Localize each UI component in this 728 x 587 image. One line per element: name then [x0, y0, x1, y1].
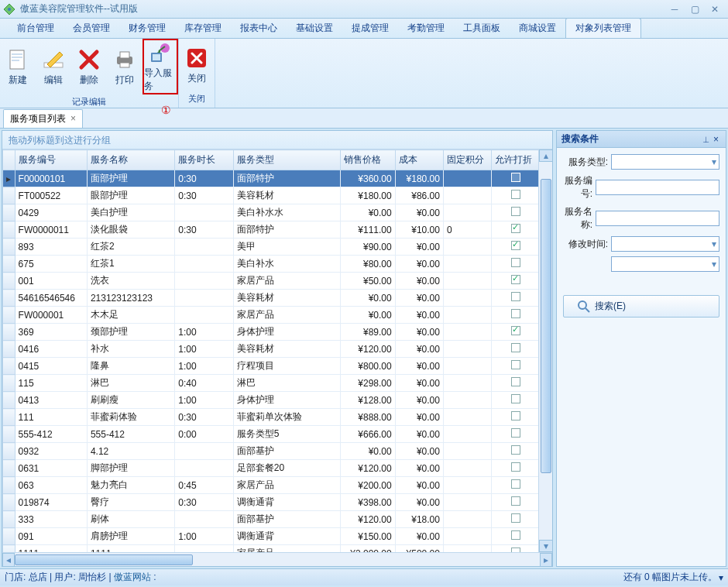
discount-checkbox[interactable]	[511, 462, 520, 472]
menu-tab-2[interactable]: 财务管理	[119, 19, 175, 38]
table-row[interactable]: FT000522眼部护理0:30美容耗材¥180.00¥86.00	[3, 187, 552, 204]
discount-checkbox[interactable]	[511, 224, 520, 233]
tab-close-icon[interactable]: ×	[70, 113, 76, 124]
discount-checkbox[interactable]	[511, 411, 520, 421]
discount-checkbox[interactable]	[511, 241, 520, 250]
table-row[interactable]: 893红茶2美甲¥90.00¥0.00	[3, 239, 552, 256]
discount-checkbox[interactable]	[511, 190, 520, 199]
table-row[interactable]: 019874臀疗0:30调衡通背¥398.00¥0.00	[3, 494, 552, 511]
discount-checkbox[interactable]	[511, 275, 520, 284]
column-header[interactable]: 固定积分	[443, 150, 491, 170]
edit-button[interactable]: 编辑	[36, 39, 71, 94]
document-tab[interactable]: 服务项目列表 ×	[3, 109, 83, 128]
panel-close-icon[interactable]: ×	[711, 134, 721, 145]
import-icon	[148, 40, 173, 65]
table-row[interactable]: 115淋巴0:40淋巴¥298.00¥0.00	[3, 375, 552, 392]
maximize-button[interactable]: ▢	[685, 2, 705, 16]
table-row[interactable]: 09324.12面部基护¥0.00¥0.00	[3, 443, 552, 460]
discount-checkbox[interactable]	[511, 207, 520, 216]
ribbon-group-label: 关闭	[179, 91, 215, 108]
menu-tab-7[interactable]: 考勤管理	[398, 19, 454, 38]
modify-time-from-combo[interactable]	[611, 236, 719, 252]
chevron-down-icon[interactable]: ▾	[719, 572, 723, 583]
menu-tab-6[interactable]: 提成管理	[342, 19, 398, 38]
pin-icon[interactable]: ⟂	[701, 134, 711, 145]
scroll-up-icon[interactable]: ▴	[539, 149, 553, 162]
table-row[interactable]: 001洗衣家居产品¥50.00¥0.00	[3, 273, 552, 290]
table-row[interactable]: 11111111家居产品¥2,000.00¥500.00	[3, 545, 552, 553]
table-row[interactable]: FW0000011淡化眼袋0:30面部特护¥111.00¥10.000	[3, 221, 552, 239]
table-row[interactable]: 111菲蜜莉体验0:30菲蜜莉单次体验¥888.00¥0.00	[3, 409, 552, 426]
menu-tab-4[interactable]: 报表中心	[231, 19, 287, 38]
column-header[interactable]: 销售价格	[340, 150, 395, 170]
scroll-left-icon[interactable]: ◂	[2, 553, 15, 567]
vertical-scrollbar[interactable]: ▴ ▾	[538, 149, 552, 552]
column-header[interactable]: 服务时长	[175, 150, 234, 170]
table-row[interactable]: 0415隆鼻1:00疗程项目¥800.00¥0.00	[3, 358, 552, 375]
menu-bar: 前台管理会员管理财务管理库存管理报表中心基础设置提成管理考勤管理工具面板商城设置…	[0, 19, 728, 39]
menu-tab-5[interactable]: 基础设置	[287, 19, 342, 38]
table-row[interactable]: 333刷体面部基护¥120.00¥18.00	[3, 511, 552, 528]
table-row[interactable]: 675红茶1美白补水¥80.00¥0.00	[3, 256, 552, 273]
table-row[interactable]: 091肩膀护理1:00调衡通背¥150.00¥0.00	[3, 528, 552, 545]
discount-checkbox[interactable]	[511, 428, 520, 438]
import-service-button[interactable]: 导入服务	[143, 39, 178, 94]
column-header[interactable]: 服务名称	[87, 150, 174, 170]
search-button[interactable]: 搜索(E)	[563, 295, 719, 318]
menu-tab-1[interactable]: 会员管理	[64, 19, 119, 38]
column-header[interactable]: 允许打折	[492, 150, 540, 170]
delete-icon	[77, 47, 101, 72]
discount-checkbox[interactable]	[511, 394, 520, 403]
discount-checkbox[interactable]	[511, 173, 520, 182]
print-button[interactable]: 打印	[107, 39, 143, 94]
discount-checkbox[interactable]	[511, 343, 520, 352]
scroll-thumb[interactable]	[15, 554, 193, 565]
table-row[interactable]: 0413刷刷瘦1:00身体护理¥128.00¥0.00	[3, 392, 552, 409]
discount-checkbox[interactable]	[511, 445, 520, 455]
discount-checkbox[interactable]	[511, 513, 520, 523]
group-panel[interactable]: 拖动列标题到这进行分组	[2, 131, 552, 149]
data-grid: 拖动列标题到这进行分组 服务编号服务名称服务时长服务类型销售价格成本固定积分允许…	[2, 130, 553, 567]
table-row[interactable]: 54616546546213123123123美容耗材¥0.00¥0.00	[3, 290, 552, 307]
service-name-input[interactable]	[596, 211, 719, 226]
search-icon	[578, 300, 590, 313]
website-link[interactable]: 傲蓝网站	[114, 572, 151, 582]
close-window-button[interactable]: ✕	[705, 2, 725, 16]
scroll-down-icon[interactable]: ▾	[539, 540, 553, 552]
menu-tab-3[interactable]: 库存管理	[175, 19, 231, 38]
discount-checkbox[interactable]	[511, 530, 520, 540]
modify-time-to-combo[interactable]	[611, 256, 719, 272]
table-row[interactable]: 0631脚部护理足部套餐20¥120.00¥0.00	[3, 460, 552, 477]
menu-tab-10[interactable]: 对象列表管理	[565, 18, 641, 38]
table-row[interactable]: 0416补水1:00美容耗材¥120.00¥0.00	[3, 341, 552, 358]
discount-checkbox[interactable]	[511, 496, 520, 506]
menu-tab-9[interactable]: 商城设置	[510, 19, 565, 38]
minimize-button[interactable]: ─	[664, 2, 685, 16]
scroll-right-icon[interactable]: ▸	[540, 553, 552, 567]
discount-checkbox[interactable]	[511, 258, 520, 267]
new-button[interactable]: 新建	[0, 39, 36, 94]
column-header[interactable]: 服务类型	[233, 150, 340, 170]
column-header[interactable]: 服务编号	[15, 150, 87, 170]
horizontal-scrollbar[interactable]: ◂ ▸	[2, 552, 552, 566]
table-row[interactable]: 555-412555-4120:00服务类型5¥666.00¥0.00	[3, 426, 552, 443]
discount-checkbox[interactable]	[511, 309, 520, 318]
column-header[interactable]: 成本	[395, 150, 443, 170]
discount-checkbox[interactable]	[511, 377, 520, 386]
discount-checkbox[interactable]	[511, 326, 520, 335]
table-row[interactable]: 063魅力亮白0:45家居产品¥200.00¥0.00	[3, 477, 552, 494]
discount-checkbox[interactable]	[511, 479, 520, 489]
menu-tab-8[interactable]: 工具面板	[454, 19, 510, 38]
discount-checkbox[interactable]	[511, 292, 520, 301]
scroll-thumb[interactable]	[541, 179, 551, 473]
discount-checkbox[interactable]	[511, 360, 520, 369]
close-tab-button[interactable]: 关闭	[179, 39, 215, 91]
delete-button[interactable]: 删除	[71, 39, 107, 94]
table-row[interactable]: ▸F00000101面部护理0:30面部特护¥360.00¥180.00	[3, 170, 552, 187]
table-row[interactable]: 0429美白护理美白补水水¥0.00¥0.00	[3, 204, 552, 221]
table-row[interactable]: FW000001木木足家居产品¥0.00¥0.00	[3, 307, 552, 324]
service-type-combo[interactable]	[611, 154, 719, 170]
menu-tab-0[interactable]: 前台管理	[8, 19, 64, 38]
service-id-input[interactable]	[596, 180, 719, 195]
table-row[interactable]: 369颈部护理1:00身体护理¥89.00¥0.00	[3, 324, 552, 341]
